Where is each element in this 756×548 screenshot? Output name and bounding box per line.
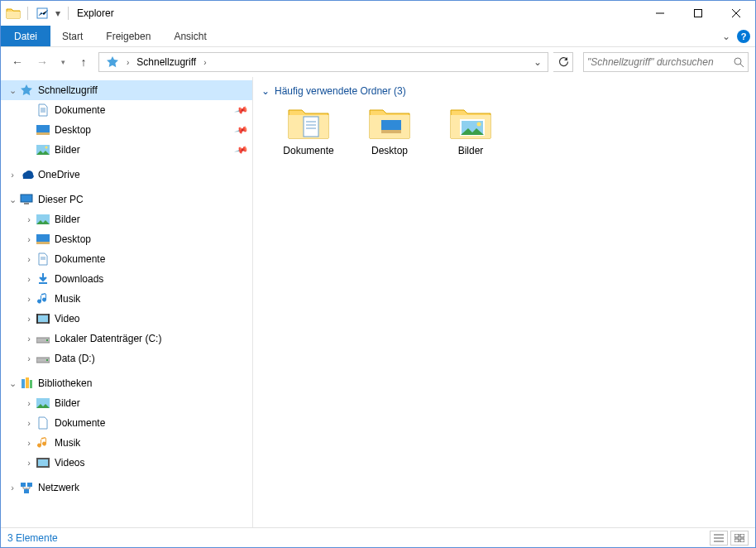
tree-item-video[interactable]: ›Video <box>1 309 252 329</box>
view-details-button[interactable] <box>710 531 728 546</box>
tree-item-downloads[interactable]: ›Downloads <box>1 269 252 289</box>
folder-label: Bilder <box>458 145 484 156</box>
tree-item-documents-lib[interactable]: ›Dokumente <box>1 413 252 433</box>
tab-view[interactable]: Ansicht <box>162 26 218 46</box>
up-button[interactable]: ↑ <box>74 52 93 72</box>
expand-icon[interactable]: › <box>22 397 36 410</box>
folder-documents[interactable]: Dokumente <box>278 105 339 156</box>
pictures-icon <box>36 396 50 411</box>
tree-quickaccess[interactable]: ⌄ Schnellzugriff <box>1 80 252 100</box>
search-icon[interactable] <box>733 56 744 68</box>
back-button[interactable]: ← <box>7 52 27 72</box>
tree-item-drive-d[interactable]: ›Data (D:) <box>1 349 252 368</box>
content-pane[interactable]: ⌄ Häufig verwendete Ordner (3) Dokumente <box>253 77 755 527</box>
quick-access-toolbar: ▾ <box>1 4 72 22</box>
tab-start[interactable]: Start <box>50 26 94 46</box>
properties-button[interactable] <box>33 4 51 22</box>
forward-button[interactable]: → <box>32 52 52 72</box>
folder-desktop[interactable]: Desktop <box>359 105 420 156</box>
maximize-button[interactable] <box>679 1 717 26</box>
expand-icon[interactable]: › <box>22 252 36 266</box>
expand-icon[interactable]: › <box>22 233 36 246</box>
folder-icon[interactable] <box>4 4 22 22</box>
group-header[interactable]: ⌄ Häufig verwendete Ordner (3) <box>261 80 747 105</box>
address-history-button[interactable]: ⌄ <box>529 53 546 71</box>
chevron-right-icon[interactable]: › <box>201 58 208 67</box>
folder-pictures[interactable]: Bilder <box>440 105 501 156</box>
tree-item-documents[interactable]: Dokumente 📌 <box>1 100 252 120</box>
navigation-tree[interactable]: ⌄ Schnellzugriff Dokumente 📌 Desktop 📌 <box>1 77 253 527</box>
search-box[interactable] <box>583 52 749 72</box>
document-icon <box>36 416 50 430</box>
recent-locations-button[interactable]: ▾ <box>57 52 69 72</box>
breadcrumb-root[interactable] <box>101 53 124 71</box>
tree-item-drive-c[interactable]: ›Lokaler Datenträger (C:) <box>1 329 252 349</box>
collapse-icon[interactable]: ⌄ <box>261 85 270 97</box>
folder-pictures-icon <box>449 105 492 142</box>
expand-icon[interactable]: › <box>22 272 36 286</box>
view-icons-button[interactable] <box>730 531 749 546</box>
tree-onedrive[interactable]: › OneDrive <box>1 165 252 185</box>
tree-item-pictures[interactable]: ›Bilder <box>1 209 252 229</box>
breadcrumb-label: Schnellzugriff <box>136 56 196 68</box>
expand-icon[interactable]: › <box>22 416 36 430</box>
svg-point-14 <box>45 147 48 149</box>
minimize-button[interactable] <box>641 1 679 26</box>
qat-dropdown-icon[interactable]: ▾ <box>53 4 63 22</box>
expand-icon[interactable]: › <box>22 456 36 469</box>
tree-label: Desktop <box>55 233 247 245</box>
expand-icon[interactable]: › <box>6 168 19 181</box>
breadcrumb-item[interactable]: Schnellzugriff <box>132 53 201 71</box>
tree-item-music[interactable]: ›Musik <box>1 289 252 309</box>
expand-icon[interactable]: › <box>22 332 36 345</box>
tree-label: Lokaler Datenträger (C:) <box>55 333 247 344</box>
tree-libraries[interactable]: ⌄ Bibliotheken <box>1 373 252 393</box>
svg-rect-38 <box>27 483 32 487</box>
expand-icon[interactable]: › <box>22 292 36 305</box>
svg-rect-24 <box>38 315 48 322</box>
svg-rect-54 <box>734 534 739 537</box>
status-text: 3 Elemente <box>7 532 58 544</box>
network-icon <box>19 480 34 495</box>
title-bar: ▾ Explorer <box>1 1 755 26</box>
address-bar[interactable]: › Schnellzugriff › ⌄ <box>98 52 548 72</box>
collapse-icon[interactable]: ⌄ <box>6 84 19 97</box>
refresh-button[interactable] <box>553 52 573 72</box>
tree-item-videos-lib[interactable]: ›Videos <box>1 453 252 473</box>
tree-item-music-lib[interactable]: ›Musik <box>1 433 252 453</box>
chevron-right-icon[interactable]: › <box>124 58 132 67</box>
collapse-icon[interactable]: ⌄ <box>6 193 19 206</box>
expand-icon[interactable]: › <box>22 436 36 449</box>
pc-icon <box>19 192 34 207</box>
search-input[interactable] <box>587 56 733 68</box>
tree-item-pictures-lib[interactable]: ›Bilder <box>1 393 252 413</box>
tree-thispc[interactable]: ⌄ Dieser PC <box>1 190 252 209</box>
tree-item-pictures[interactable]: Bilder 📌 <box>1 140 252 160</box>
tree-label: Bibliotheken <box>38 377 247 389</box>
tree-item-documents[interactable]: ›Dokumente <box>1 249 252 269</box>
expand-icon[interactable]: › <box>22 352 36 365</box>
collapse-icon[interactable]: ⌄ <box>6 377 19 390</box>
svg-rect-57 <box>740 539 744 542</box>
svg-rect-15 <box>21 195 32 202</box>
tree-item-desktop[interactable]: ›Desktop <box>1 229 252 249</box>
svg-rect-22 <box>39 282 47 284</box>
close-button[interactable] <box>717 1 755 26</box>
tree-label: Data (D:) <box>55 353 247 364</box>
expand-icon[interactable]: › <box>6 481 19 494</box>
help-button[interactable]: ? <box>737 30 750 43</box>
libraries-icon <box>19 376 34 391</box>
ribbon-expand-icon[interactable]: ⌄ <box>722 31 730 42</box>
music-icon <box>36 291 50 306</box>
svg-rect-41 <box>304 117 318 137</box>
tree-label: Bilder <box>55 144 236 156</box>
tree-item-desktop[interactable]: Desktop 📌 <box>1 120 252 140</box>
status-bar: 3 Elemente <box>1 527 755 547</box>
tab-file[interactable]: Datei <box>1 26 50 46</box>
expand-icon[interactable]: › <box>22 213 36 226</box>
tree-network[interactable]: › Netzwerk <box>1 478 252 498</box>
expand-icon[interactable]: › <box>22 312 36 325</box>
svg-rect-47 <box>381 130 401 133</box>
tab-share[interactable]: Freigeben <box>94 26 162 46</box>
folder-desktop-icon <box>368 105 411 142</box>
